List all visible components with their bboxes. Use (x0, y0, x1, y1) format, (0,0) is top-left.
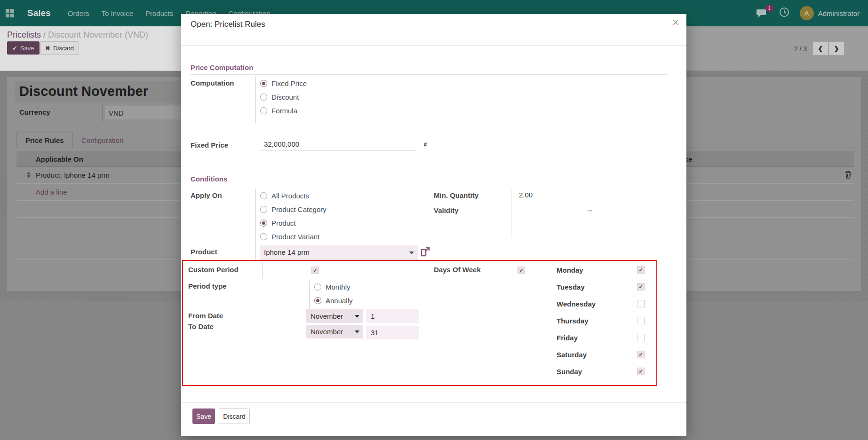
day-label: Wednesday (557, 300, 596, 308)
user-menu[interactable]: A Administrator (800, 6, 860, 20)
day-label: Thursday (557, 317, 589, 325)
from-date-label: From Date (188, 312, 223, 320)
min-quantity-label: Min. Quantity (434, 191, 478, 199)
dialog-title: Open: Pricelist Rules (191, 20, 265, 29)
add-a-line-link[interactable]: Add a line (36, 188, 67, 196)
days-of-week-list: Monday✓Tuesday✓Wednesday✓Thursday✓Friday… (557, 266, 645, 385)
computation-radio-group: Fixed PriceDiscountFormula (260, 77, 307, 118)
nav-menu-to-invoice[interactable]: To Invoice (102, 9, 134, 17)
drag-handle-icon[interactable] (27, 172, 31, 178)
radio-option-all-products[interactable]: All Products (260, 189, 326, 203)
table-cell-applicable-on[interactable]: Product: Iphone 14 prm (36, 171, 110, 179)
breadcrumb-pricelists[interactable]: Pricelists (7, 30, 41, 39)
min-quantity-input[interactable]: 2.00 (515, 189, 656, 201)
external-link-icon[interactable] (420, 246, 431, 259)
radio-option-label: Monthly (326, 283, 350, 291)
computation-label: Computation (191, 79, 234, 87)
label-column-separator (255, 77, 256, 123)
section-price-computation: Price Computation (191, 63, 253, 71)
radio-option-product-variant[interactable]: Product Variant (260, 230, 326, 244)
apply-on-radio-group: All ProductsProduct CategoryProductProdu… (260, 189, 326, 244)
radio-icon[interactable] (260, 80, 267, 87)
day-checkbox-wednesday[interactable]: ✓ (637, 300, 645, 307)
messages-icon[interactable]: 1 (757, 8, 769, 18)
nav-menu-products[interactable]: Products (145, 9, 173, 17)
from-month-select[interactable]: November (306, 309, 363, 323)
dropdown-caret-icon[interactable] (409, 251, 414, 254)
from-month-value: November (311, 312, 343, 320)
pricelist-rules-dialog: Open: Pricelist Rules × Price Computatio… (181, 14, 686, 436)
radio-icon[interactable] (314, 283, 321, 291)
day-checkbox-saturday[interactable]: ✓ (637, 351, 645, 358)
dialog-header-divider (181, 45, 686, 46)
validity-from-input[interactable] (515, 204, 582, 216)
arrow-right-icon: → (586, 205, 593, 214)
to-month-select[interactable]: November (306, 325, 363, 338)
select-chevron-icon (355, 315, 359, 318)
label-column-separator-6 (512, 262, 512, 279)
pricelist-name-input[interactable]: Discount November (15, 81, 191, 103)
app-name[interactable]: Sales (27, 8, 51, 18)
dialog-footer-divider (181, 402, 686, 403)
radio-icon[interactable] (260, 220, 267, 227)
radio-icon[interactable] (260, 192, 267, 199)
to-month-value: November (311, 328, 343, 336)
radio-option-label: Annually (326, 297, 353, 305)
radio-option-discount[interactable]: Discount (260, 90, 307, 104)
breadcrumb-save-label: Save (20, 45, 34, 52)
tab-price-rules[interactable]: Price Rules (16, 133, 73, 148)
trash-icon[interactable] (844, 171, 852, 181)
breadcrumb-save-button[interactable]: ✔ Save (7, 41, 40, 55)
apply-on-label: Apply On (191, 191, 222, 199)
from-day-input[interactable]: 1 (366, 309, 419, 323)
radio-icon[interactable] (260, 206, 267, 213)
day-row-wednesday: Wednesday✓ (557, 300, 645, 317)
control-panel-left: Pricelists / Discount November (VND) ✔ S… (0, 26, 181, 71)
currency-label: Currency (19, 108, 50, 116)
fixed-price-input[interactable]: 32,000,000 (260, 138, 416, 150)
currency-value[interactable]: VND (105, 106, 188, 119)
day-checkbox-monday[interactable]: ✓ (637, 266, 645, 274)
section-divider (191, 74, 668, 75)
fixed-price-label: Fixed Price (191, 141, 228, 149)
validity-to-input[interactable] (597, 204, 656, 216)
radio-option-fixed-price[interactable]: Fixed Price (260, 77, 307, 90)
period-type-label: Period type (188, 282, 227, 290)
radio-icon[interactable] (260, 233, 267, 240)
apps-grid-icon[interactable] (6, 9, 14, 17)
breadcrumb-current: Discount November (VND) (48, 30, 148, 39)
radio-option-formula[interactable]: Formula (260, 104, 307, 118)
breadcrumb-discard-button[interactable]: ✖ Discard (40, 41, 79, 55)
day-checkbox-thursday[interactable]: ✓ (637, 317, 645, 324)
dialog-save-button[interactable]: Save (192, 409, 215, 424)
to-day-input[interactable]: 31 (366, 326, 419, 339)
label-column-separator-5 (309, 281, 310, 310)
pager-prev-button[interactable]: ❮ (812, 41, 828, 55)
radio-option-annually[interactable]: Annually (314, 294, 353, 307)
product-select[interactable]: Iphone 14 prm (260, 245, 418, 259)
radio-option-monthly[interactable]: Monthly (314, 280, 353, 294)
custom-period-checkbox[interactable]: ✓ (311, 267, 319, 274)
label-separator (102, 104, 103, 122)
radio-icon[interactable] (260, 107, 267, 114)
radio-icon[interactable] (260, 94, 267, 101)
day-checkbox-tuesday[interactable]: ✓ (637, 283, 645, 291)
days-of-week-checkbox[interactable]: ✓ (518, 267, 525, 274)
radio-icon[interactable] (314, 297, 321, 304)
section-conditions: Conditions (191, 175, 227, 183)
tab-configuration[interactable]: Configuration (73, 133, 132, 148)
day-checkbox-sunday[interactable]: ✓ (637, 368, 645, 375)
radio-option-label: Formula (271, 107, 297, 115)
day-label: Tuesday (557, 283, 585, 291)
pager-next-button[interactable]: ❯ (828, 41, 844, 55)
activity-clock-icon[interactable] (779, 7, 789, 19)
day-checkbox-friday[interactable]: ✓ (637, 334, 645, 341)
day-row-monday: Monday✓ (557, 266, 645, 283)
close-icon[interactable]: × (672, 16, 679, 29)
x-icon: ✖ (45, 45, 50, 52)
dialog-discard-button[interactable]: Discard (219, 409, 250, 424)
radio-option-product[interactable]: Product (260, 216, 326, 230)
radio-option-product-category[interactable]: Product Category (260, 203, 326, 216)
nav-menu-orders[interactable]: Orders (68, 9, 89, 17)
pager-count: 2 / 3 (794, 45, 807, 53)
